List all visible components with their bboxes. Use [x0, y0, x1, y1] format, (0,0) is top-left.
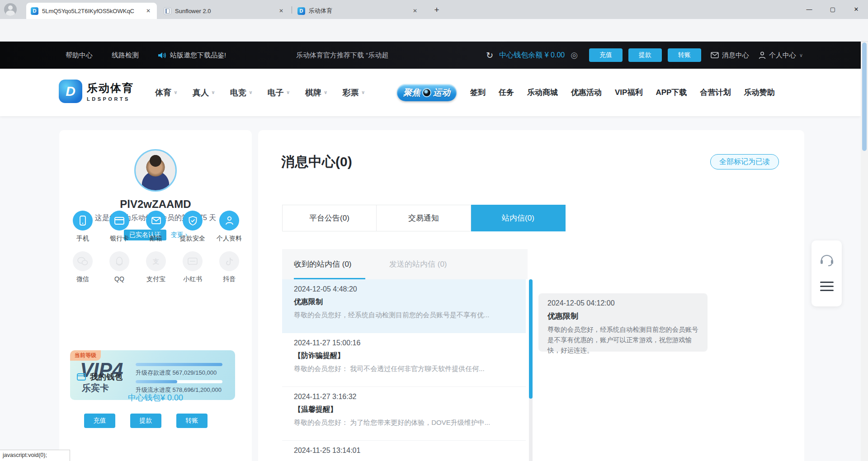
page-scrollbar[interactable] [861, 42, 868, 461]
nav-link-app[interactable]: APP下载 [656, 87, 687, 98]
nav-link-vip[interactable]: VIP福利 [615, 87, 642, 98]
wechat-icon [73, 251, 93, 271]
doc-favicon [164, 7, 171, 15]
user-avatar[interactable] [134, 149, 177, 192]
security-item-bankcard[interactable]: 银行卡 [104, 211, 135, 243]
tab-site-mail[interactable]: 站内信(0) [471, 205, 566, 231]
refresh-balance-icon[interactable]: ↻ [486, 50, 493, 61]
focus-sports-badge[interactable]: 聚焦运动 [397, 84, 457, 101]
tab-sunflower[interactable]: Sunflower 2.0 ✕ [159, 3, 290, 19]
tab-title: 5LmQ5Yqo5L2T6IKyfOS5kOWKqC [42, 8, 141, 14]
wallet-title: 我的钱包 [90, 372, 123, 382]
tab-transaction-notices[interactable]: 交易通知 [377, 205, 471, 231]
shield-check-icon [183, 211, 203, 230]
my-wallet-row: 我的钱包 [77, 372, 123, 382]
logo-icon: D [59, 80, 82, 103]
site-topbar: 帮助中心 线路检测 站版邀您下载品鉴! 乐动体育官方推荐下载 “乐动超 ↻ 中心… [0, 42, 861, 69]
nav-menu-live[interactable]: 真人∨ [193, 87, 215, 98]
wallet-amount: ¥ 0.00 [545, 51, 565, 59]
subtab-sent[interactable]: 发送的站内信 (0) [389, 259, 447, 269]
recharge-button[interactable]: 充值 [589, 48, 623, 62]
transfer-button[interactable]: 转账 [668, 48, 701, 62]
social-item-douyin[interactable]: 抖音 [213, 251, 245, 283]
tab-ledong[interactable]: D 乐动体育 ✕ [293, 3, 424, 19]
maximize-button[interactable]: ▢ [821, 0, 844, 18]
detail-body: 尊敬的会员您好，经系统自动检测目前您的会员账号是不享有优惠的，账户可以正常游戏，… [547, 325, 698, 356]
help-center-link[interactable]: 帮助中心 [66, 51, 93, 60]
chevron-down-icon: ∨ [799, 52, 803, 58]
site-logo[interactable]: D 乐动体育 LDSPORTS [59, 80, 134, 103]
customer-service-headset-icon[interactable] [820, 253, 834, 267]
withdraw-button[interactable]: 提款 [628, 48, 662, 62]
subtab-received[interactable]: 收到的站内信 (0) [294, 259, 352, 269]
message-list-scrollbar[interactable] [529, 279, 533, 461]
line-check-link[interactable]: 线路检测 [112, 51, 139, 60]
qq-icon [109, 251, 129, 271]
message-tabs: 平台公告(0) 交易通知 站内信(0) [282, 205, 566, 231]
message-detail-card: 2024-12-05 04:12:00 优惠限制 尊敬的会员您好，经系统自动检测… [538, 293, 708, 352]
screen: D 5LmQ5Yqo5L2T6IKyfOS5kOWKqC ✕ Sunflower… [0, 0, 868, 461]
personal-center-link[interactable]: 个人中心 ∨ [759, 51, 803, 60]
security-item-phone[interactable]: 手机 [67, 211, 99, 243]
social-item-alipay[interactable]: 支 支付宝 [140, 251, 172, 283]
close-tab-icon[interactable]: ✕ [277, 7, 285, 15]
detail-date: 2024-12-05 04:12:00 [547, 299, 698, 307]
mark-all-read-button[interactable]: 全部标记为已读 [710, 154, 779, 169]
nav-menu-lottery[interactable]: 彩票∨ [343, 87, 365, 98]
tab-platform-announcements[interactable]: 平台公告(0) [282, 205, 377, 231]
social-item-qq[interactable]: QQ [104, 251, 135, 283]
marquee-text: 乐动体育官方推荐下载 “乐动超 [296, 42, 403, 69]
close-tab-icon[interactable]: ✕ [144, 7, 152, 15]
nav-link-affiliate[interactable]: 合营计划 [700, 87, 731, 98]
security-item-email[interactable]: 邮箱 [140, 211, 172, 243]
detail-title: 优惠限制 [547, 311, 698, 321]
new-tab-button[interactable]: + [430, 4, 443, 16]
announcement-link[interactable]: 站版邀您下载品鉴! [158, 51, 226, 60]
deposit-progress-label: 升级存款进度 567,029/150,000 [136, 369, 217, 377]
nav-link-signin[interactable]: 签到 [470, 87, 486, 98]
close-tab-icon[interactable]: ✕ [411, 7, 419, 15]
nav-link-promos[interactable]: 优惠活动 [571, 87, 602, 98]
message-list-item[interactable]: 2024-12-05 4:48:20 优惠限制 尊敬的会员您好，经系统自动检测目… [282, 279, 526, 333]
center-wallet-balance[interactable]: 中心钱包¥ 0.00 [59, 392, 252, 403]
eye-icon[interactable]: ◎ [571, 50, 578, 60]
withdraw-button[interactable]: 提款 [130, 414, 161, 428]
message-center-link[interactable]: 消息中心 [711, 51, 749, 60]
social-item-xiaohongshu[interactable]: 小红书 [177, 251, 208, 283]
recharge-button[interactable]: 充值 [84, 414, 115, 428]
menu-hamburger-icon[interactable] [820, 279, 834, 294]
browser-profile-icon[interactable] [4, 3, 17, 16]
message-list-item[interactable]: 2024-11-27 15:00:16 【防诈骗提醒】 尊敬的会员您好： 我司不… [282, 333, 526, 387]
security-item-withdraw-safety[interactable]: 提款安全 [177, 211, 208, 243]
tab-title: Sunflower 2.0 [175, 8, 274, 14]
site-favicon: D [297, 7, 305, 15]
nav-menu-sports[interactable]: 体育∨ [155, 87, 178, 98]
nav-link-tasks[interactable]: 任务 [499, 87, 514, 98]
bank-card-icon [109, 211, 129, 230]
message-list-item[interactable]: 2024-11-27 3:16:32 【温馨提醒】 尊敬的会员您好： 为了给您带… [282, 387, 526, 441]
envelope-icon [711, 52, 719, 58]
nav-link-mall[interactable]: 乐动商城 [527, 87, 558, 98]
message-list-item[interactable]: 2024-11-25 13:14:01 [282, 441, 526, 461]
tab-active[interactable]: D 5LmQ5Yqo5L2T6IKyfOS5kOWKqC ✕ [26, 3, 157, 19]
douyin-icon [219, 251, 239, 271]
minimize-button[interactable]: — [797, 0, 821, 18]
speaker-icon [158, 52, 166, 59]
security-icon-row: 手机 银行卡 邮箱 提款安全 个人资料 [67, 211, 245, 243]
chevron-down-icon: ∨ [174, 89, 178, 95]
turnover-progress-bar [136, 380, 222, 383]
message-list: 2024-12-05 4:48:20 优惠限制 尊敬的会员您好，经系统自动检测目… [282, 279, 526, 461]
chevron-down-icon: ∨ [361, 89, 365, 95]
nav-menu-esports[interactable]: 电竞∨ [230, 87, 253, 98]
nav-menu-chess[interactable]: 棋牌∨ [305, 87, 328, 98]
scrollbar-thumb[interactable] [529, 279, 533, 399]
page-scrollbar-thumb[interactable] [862, 42, 867, 151]
chevron-down-icon: ∨ [324, 89, 328, 95]
social-item-wechat[interactable]: 微信 [67, 251, 99, 283]
close-window-button[interactable]: ✕ [844, 0, 868, 18]
nav-link-sponsor[interactable]: 乐动赞助 [744, 87, 774, 98]
nav-menu-slots[interactable]: 电子∨ [268, 87, 290, 98]
security-item-profile[interactable]: 个人资料 [213, 211, 245, 243]
site-favicon: D [31, 7, 38, 15]
transfer-button[interactable]: 转账 [176, 414, 208, 428]
